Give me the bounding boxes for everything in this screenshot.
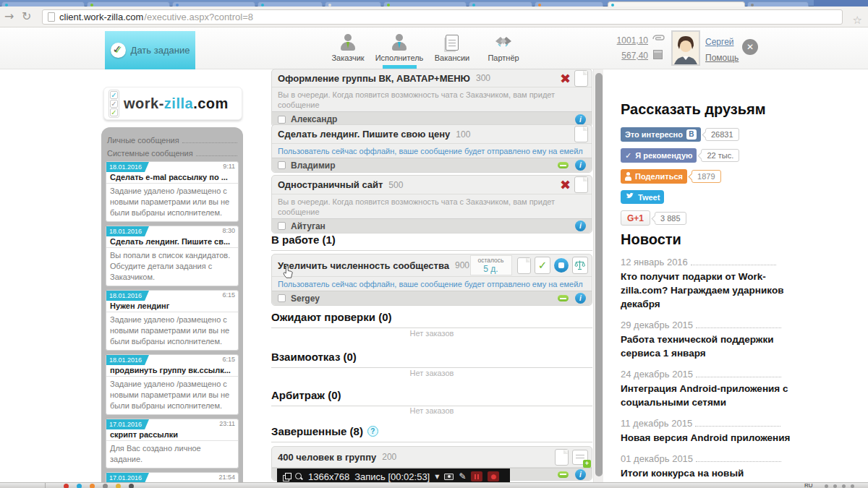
window-controls-area[interactable]: [814, 0, 868, 7]
avatar[interactable]: [671, 30, 700, 66]
task-card-in-work[interactable]: Увеличить численность сообщества 900 ост…: [271, 254, 592, 306]
worker-name[interactable]: Александр: [291, 114, 337, 124]
worker-checkbox[interactable]: [278, 222, 286, 230]
recorder-dropdown-icon[interactable]: ▼: [435, 474, 439, 480]
pause-button[interactable]: [471, 471, 482, 481]
accept-check-icon[interactable]: ✓: [535, 257, 550, 274]
balance-secondary[interactable]: 567,40: [606, 51, 648, 61]
message-title[interactable]: Сделать лендинг. Пишите св...: [106, 236, 238, 248]
tray-icon[interactable]: [833, 484, 837, 488]
help-icon[interactable]: ?: [367, 426, 378, 437]
vk-share-button[interactable]: Это интересноВ: [621, 127, 701, 142]
system-message[interactable]: 18.01.20168:30 Сделать лендинг. Пишите с…: [106, 226, 239, 286]
ok-share-button[interactable]: Поделиться: [621, 169, 687, 184]
task-title[interactable]: Сделать лендинг. Пишите свою цену: [278, 129, 450, 140]
pencil-icon[interactable]: ✎: [459, 471, 466, 481]
delete-task-icon[interactable]: ✖: [560, 71, 571, 86]
camera-icon[interactable]: [444, 474, 454, 480]
user-link[interactable]: Сергей: [705, 37, 734, 47]
worker-checkbox[interactable]: [278, 161, 286, 169]
news-title[interactable]: Интеграция Android-приложения с социальн…: [621, 382, 805, 409]
delete-task-icon[interactable]: ✖: [560, 177, 571, 192]
browser-tab[interactable]: [747, 1, 809, 7]
info-icon[interactable]: i: [575, 469, 586, 480]
browser-tab[interactable]: [383, 1, 467, 7]
arbitrage-scales-icon[interactable]: [572, 257, 588, 274]
logo[interactable]: ✓ ✓ ✓ work-zilla.com: [103, 87, 242, 120]
personal-messages-heading[interactable]: Личные сообщения: [107, 136, 237, 145]
record-button[interactable]: ●: [488, 471, 499, 481]
browser-tab[interactable]: [172, 1, 255, 7]
chat-add-icon[interactable]: [572, 450, 588, 465]
give-task-button[interactable]: ✓✓ Дать задание: [105, 31, 195, 69]
system-messages-heading[interactable]: Системные сообщения: [107, 149, 237, 158]
news-title[interactable]: Новая версия Android приложения: [621, 431, 805, 445]
document-icon[interactable]: [574, 126, 588, 142]
news-title[interactable]: Кто получит подарки от Work-zilla.com? Н…: [621, 270, 805, 311]
minus-icon[interactable]: [558, 295, 569, 301]
worker-name[interactable]: Sergey: [291, 294, 320, 304]
tray-icon[interactable]: [825, 484, 828, 488]
magnifier-icon[interactable]: [295, 473, 303, 481]
recommend-button[interactable]: ✓Я рекомендую: [621, 148, 697, 163]
reload-icon[interactable]: ↻: [22, 9, 31, 23]
window-mode-icon[interactable]: [283, 473, 290, 480]
worker-checkbox[interactable]: [278, 116, 286, 124]
news-title[interactable]: Работа технической поддержки сервиса 1 я…: [621, 333, 805, 360]
info-icon[interactable]: i: [575, 221, 586, 231]
tray-icon[interactable]: [842, 484, 846, 488]
task-card[interactable]: Одностраничный сайт 500 ✖ Вы в очереди. …: [271, 175, 592, 234]
message-title[interactable]: Нужен лендинг: [106, 301, 238, 312]
message-title[interactable]: скрипт рассылки: [106, 429, 238, 441]
system-message[interactable]: 18.01.20166:15 Нужен лендинг Задание уда…: [106, 290, 239, 351]
news-title[interactable]: Итоги конкурса на новый: [621, 466, 805, 480]
task-title[interactable]: Увеличить численность сообщества: [278, 260, 449, 271]
forward-icon[interactable]: →: [4, 9, 14, 23]
gplus-button[interactable]: G+1: [621, 210, 650, 226]
taskbar-app-icon[interactable]: [116, 484, 121, 488]
minus-icon[interactable]: [558, 471, 569, 478]
worker-name[interactable]: Айтуган: [291, 221, 326, 231]
system-message[interactable]: 18.01.20169:11 Сделать e-mal рассылку по…: [106, 161, 239, 222]
browser-tab[interactable]: [87, 1, 170, 7]
task-card[interactable]: Оформление группы ВК, АВАТАР+МЕНЮ 300 ✖ …: [271, 69, 592, 127]
browser-tab[interactable]: [325, 1, 381, 7]
balance-main[interactable]: 1001,10: [606, 35, 648, 46]
taskbar-app-icon[interactable]: [90, 484, 95, 488]
task-title[interactable]: 400 человек в группу: [278, 452, 376, 463]
info-icon[interactable]: i: [575, 293, 586, 304]
info-icon[interactable]: i: [575, 114, 586, 125]
scrollbar-track[interactable]: [593, 69, 603, 488]
info-icon[interactable]: i: [575, 160, 586, 171]
taskbar-app-icon[interactable]: [129, 484, 134, 488]
system-message[interactable]: 17.01.201623:11 скрипт рассылки Для Вас …: [106, 419, 239, 468]
nav-partner[interactable]: Партнёр: [477, 34, 529, 62]
document-icon[interactable]: [555, 449, 569, 466]
browser-tab[interactable]: [469, 1, 532, 7]
browser-tab[interactable]: [258, 1, 323, 7]
url-bar[interactable]: client.work-zilla.com/executive.aspx?con…: [42, 9, 843, 25]
document-icon[interactable]: [574, 70, 588, 87]
browser-tab-active[interactable]: [608, 1, 745, 7]
nav-executor[interactable]: Исполнитель: [373, 34, 425, 62]
browser-tab[interactable]: [535, 1, 603, 7]
tweet-button[interactable]: Tweet: [621, 190, 664, 204]
message-title[interactable]: Сделать e-mal рассылку по ...: [106, 172, 238, 184]
browser-tab[interactable]: [1, 1, 85, 7]
task-card[interactable]: Сделать лендинг. Пишите свою цену 100 По…: [271, 124, 592, 173]
stop-task-icon[interactable]: [554, 258, 569, 273]
help-link[interactable]: Помощь: [705, 53, 739, 63]
taskbar-app-icon[interactable]: [64, 484, 69, 488]
minus-icon[interactable]: [558, 162, 569, 168]
worker-checkbox[interactable]: [278, 294, 286, 302]
nav-customer[interactable]: Заказчик: [322, 34, 374, 62]
tray-icon[interactable]: [851, 484, 854, 488]
nav-vacancies[interactable]: Вакансии: [426, 34, 478, 62]
scrollbar-thumb[interactable]: [595, 73, 603, 476]
task-title[interactable]: Одностраничный сайт: [278, 179, 383, 190]
document-icon[interactable]: [574, 176, 588, 193]
taskbar-app-icon[interactable]: [103, 484, 108, 488]
language-indicator[interactable]: RU: [804, 483, 813, 488]
taskbar-app-icon[interactable]: [77, 484, 82, 488]
document-icon[interactable]: [517, 257, 531, 274]
